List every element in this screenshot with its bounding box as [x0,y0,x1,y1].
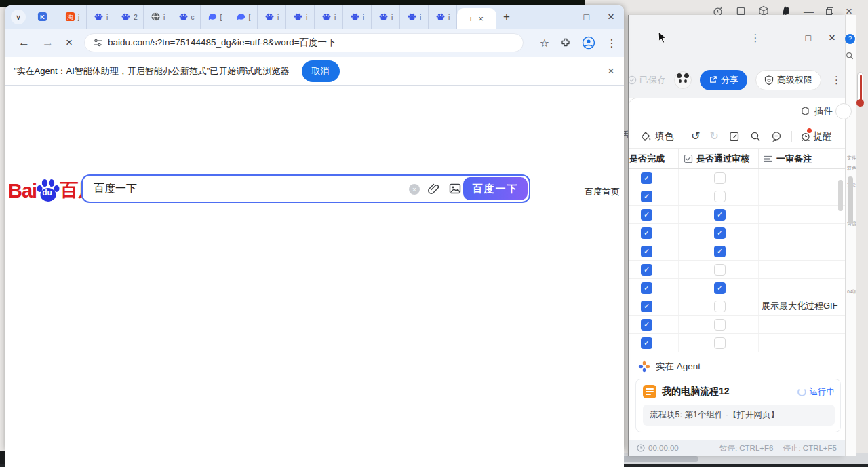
bg-restore-button[interactable] [826,7,833,15]
edge-search-icon[interactable] [846,52,854,60]
bookmark-star-icon[interactable]: ☆ [540,37,549,50]
plugins-label[interactable]: 插件 [814,105,833,117]
browser-tab[interactable]: i [258,5,286,29]
note-cell[interactable]: 展示最大化过程GIF [759,297,845,315]
new-tab-button[interactable]: + [503,10,510,24]
redo-button[interactable]: ↻ [709,130,718,143]
approved-checkbox[interactable] [714,282,726,294]
baidu-home-link[interactable]: 百度首页 [585,186,620,198]
search-input[interactable]: 百度一下 × 百度一下 [81,174,530,203]
browser-tab[interactable]: i [343,5,372,29]
share-button[interactable]: 分享 [700,70,747,90]
browser-minimize-button[interactable]: — [556,12,566,22]
cancel-button[interactable]: 取消 [302,60,340,82]
note-cell[interactable] [759,224,845,242]
column-header-approved[interactable]: 是否通过审核 [679,149,759,168]
panel-minimize-button[interactable]: — [778,33,788,43]
panel-menu-icon[interactable]: ⋮ [751,32,761,44]
done-checkbox[interactable] [641,282,652,294]
clear-search-icon[interactable]: × [409,184,420,195]
extensions-icon[interactable] [560,37,571,48]
note-cell[interactable] [759,169,845,187]
approved-checkbox[interactable] [714,172,726,184]
note-cell[interactable] [759,334,845,352]
advanced-permissions-button[interactable]: 高级权限 [755,70,821,90]
undo-button[interactable]: ↺ [691,130,700,143]
approved-checkbox[interactable] [714,191,726,202]
note-cell[interactable] [759,206,845,223]
done-checkbox[interactable] [641,246,652,257]
browser-tab[interactable]: i [87,5,115,29]
background-scrollbar-thumb[interactable] [848,176,853,224]
checkbox-column-icon [684,154,693,164]
table-scrollbar-thumb[interactable] [838,180,843,211]
approved-checkbox[interactable] [714,337,726,349]
table-row [629,242,845,261]
note-cell[interactable] [759,316,845,333]
browser-tab[interactable]: i [400,5,429,29]
address-bar[interactable]: baidu.com/s?tn=75144485_dg&ie=utf-8&word… [84,33,524,52]
floating-button-partial[interactable] [835,103,852,119]
browser-close-button[interactable]: × [608,10,614,24]
browser-tab[interactable]: [ [201,5,229,29]
approved-checkbox[interactable] [714,209,726,221]
browser-tab[interactable]: i [286,5,315,29]
panel-close-button[interactable]: × [829,31,835,45]
flow-icon [643,385,656,398]
browser-tab[interactable]: i [315,5,343,29]
edit-tool[interactable] [729,131,740,142]
done-checkbox[interactable] [641,191,652,202]
image-search-icon[interactable] [449,183,461,195]
reminder-tool[interactable]: 提醒 [800,130,832,143]
stop-button[interactable]: × [66,36,73,50]
done-checkbox[interactable] [641,301,652,312]
fill-color-tool[interactable]: 填色 [641,130,673,143]
approved-checkbox[interactable] [714,227,726,239]
notification-close-icon[interactable]: × [608,64,614,78]
browser-tab[interactable]: K [30,5,58,29]
done-checkbox[interactable] [641,264,652,276]
browser-tab[interactable]: 2 [115,5,144,29]
panel-maximize-button[interactable]: □ [806,33,811,43]
baidu-search-button[interactable]: 百度一下 [463,177,528,200]
browser-maximize-button[interactable]: □ [584,12,589,22]
profile-icon[interactable] [582,36,595,50]
done-checkbox[interactable] [641,227,652,239]
search-tool[interactable] [750,131,761,142]
column-header-done[interactable]: 是否完成 [629,149,679,168]
thermometer-widget[interactable] [856,72,865,107]
browser-tab[interactable]: i [144,5,172,29]
browser-tab[interactable]: i [372,5,400,29]
site-settings-icon[interactable] [93,38,102,48]
browser-tab[interactable]: [ [229,5,258,29]
comment-tool[interactable] [771,131,782,142]
column-header-note[interactable]: 一审备注 [759,149,845,168]
approved-checkbox[interactable] [714,264,726,276]
approved-checkbox[interactable] [714,301,726,312]
approved-checkbox[interactable] [714,246,726,257]
browser-menu-icon[interactable]: ⋮ [606,37,617,50]
tab-search-button[interactable]: ∨ [11,10,26,24]
note-cell[interactable] [759,242,845,260]
active-tab[interactable]: i × [457,8,496,29]
note-cell[interactable] [759,279,845,297]
browser-tab[interactable]: c [172,5,201,29]
collaborator-avatar[interactable] [674,71,692,89]
done-checkbox[interactable] [641,337,652,349]
back-button[interactable]: ← [18,36,30,50]
attach-icon[interactable] [428,183,440,195]
panel-more-icon[interactable]: ⋮ [831,74,842,86]
done-checkbox[interactable] [641,319,652,331]
browser-tab[interactable]: i [429,5,457,29]
help-badge[interactable]: ? [845,34,855,44]
search-value: 百度一下 [94,182,137,196]
done-checkbox[interactable] [641,209,652,221]
note-cell[interactable] [759,261,845,278]
note-cell[interactable] [759,187,845,205]
tab-close-icon[interactable]: × [478,14,484,24]
flow-card[interactable]: 我的电脑流程12 运行中 流程块5: 第1个组件 -【打开网页】 [635,379,841,432]
forward-button[interactable]: → [42,36,54,50]
browser-tab[interactable]: 淘j [58,5,87,29]
done-checkbox[interactable] [641,172,652,184]
approved-checkbox[interactable] [714,319,726,331]
